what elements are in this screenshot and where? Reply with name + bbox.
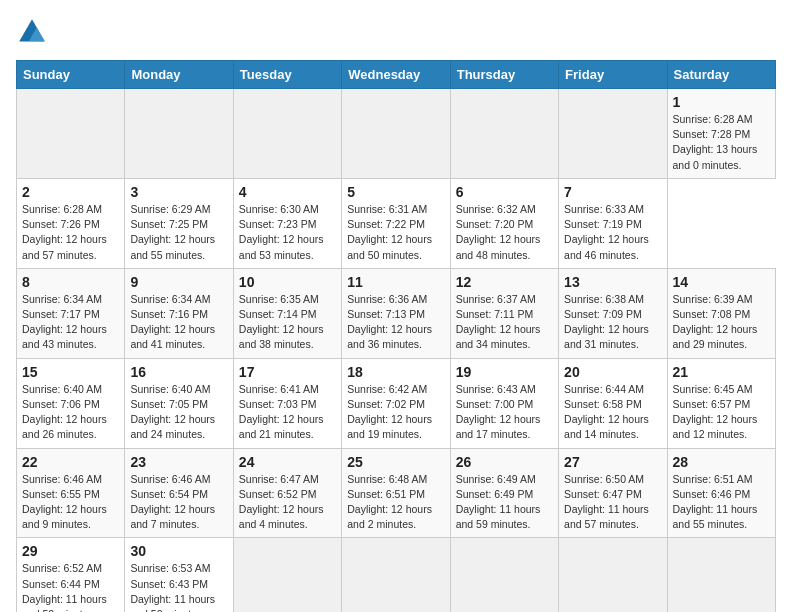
day-number: 5 — [347, 184, 444, 200]
calendar-cell: 10Sunrise: 6:35 AMSunset: 7:14 PMDayligh… — [233, 268, 341, 358]
day-number: 21 — [673, 364, 770, 380]
week-row-3: 8Sunrise: 6:34 AMSunset: 7:17 PMDaylight… — [17, 268, 776, 358]
calendar-cell — [450, 538, 558, 612]
day-info: Sunrise: 6:28 AMSunset: 7:28 PMDaylight:… — [673, 112, 770, 173]
day-info: Sunrise: 6:32 AMSunset: 7:20 PMDaylight:… — [456, 202, 553, 263]
calendar-cell: 22Sunrise: 6:46 AMSunset: 6:55 PMDayligh… — [17, 448, 125, 538]
calendar-cell — [342, 538, 450, 612]
day-info: Sunrise: 6:42 AMSunset: 7:02 PMDaylight:… — [347, 382, 444, 443]
calendar-cell: 18Sunrise: 6:42 AMSunset: 7:02 PMDayligh… — [342, 358, 450, 448]
day-number: 25 — [347, 454, 444, 470]
calendar-cell: 4Sunrise: 6:30 AMSunset: 7:23 PMDaylight… — [233, 178, 341, 268]
week-row-2: 2Sunrise: 6:28 AMSunset: 7:26 PMDaylight… — [17, 178, 776, 268]
day-info: Sunrise: 6:40 AMSunset: 7:06 PMDaylight:… — [22, 382, 119, 443]
calendar-cell — [450, 89, 558, 179]
weekday-header-sunday: Sunday — [17, 61, 125, 89]
day-number: 4 — [239, 184, 336, 200]
week-row-6: 29Sunrise: 6:52 AMSunset: 6:44 PMDayligh… — [17, 538, 776, 612]
day-info: Sunrise: 6:35 AMSunset: 7:14 PMDaylight:… — [239, 292, 336, 353]
day-info: Sunrise: 6:34 AMSunset: 7:17 PMDaylight:… — [22, 292, 119, 353]
day-number: 20 — [564, 364, 661, 380]
calendar-cell — [233, 89, 341, 179]
calendar-cell — [559, 538, 667, 612]
day-info: Sunrise: 6:41 AMSunset: 7:03 PMDaylight:… — [239, 382, 336, 443]
day-number: 16 — [130, 364, 227, 380]
calendar-cell: 13Sunrise: 6:38 AMSunset: 7:09 PMDayligh… — [559, 268, 667, 358]
day-number: 22 — [22, 454, 119, 470]
weekday-header-thursday: Thursday — [450, 61, 558, 89]
logo-icon — [16, 16, 48, 48]
calendar-cell: 6Sunrise: 6:32 AMSunset: 7:20 PMDaylight… — [450, 178, 558, 268]
day-info: Sunrise: 6:33 AMSunset: 7:19 PMDaylight:… — [564, 202, 661, 263]
day-info: Sunrise: 6:38 AMSunset: 7:09 PMDaylight:… — [564, 292, 661, 353]
day-number: 23 — [130, 454, 227, 470]
day-number: 9 — [130, 274, 227, 290]
calendar-cell — [667, 538, 775, 612]
day-info: Sunrise: 6:30 AMSunset: 7:23 PMDaylight:… — [239, 202, 336, 263]
calendar-cell: 8Sunrise: 6:34 AMSunset: 7:17 PMDaylight… — [17, 268, 125, 358]
calendar-cell: 27Sunrise: 6:50 AMSunset: 6:47 PMDayligh… — [559, 448, 667, 538]
calendar-cell: 14Sunrise: 6:39 AMSunset: 7:08 PMDayligh… — [667, 268, 775, 358]
day-info: Sunrise: 6:28 AMSunset: 7:26 PMDaylight:… — [22, 202, 119, 263]
day-number: 27 — [564, 454, 661, 470]
day-number: 11 — [347, 274, 444, 290]
day-info: Sunrise: 6:36 AMSunset: 7:13 PMDaylight:… — [347, 292, 444, 353]
day-info: Sunrise: 6:48 AMSunset: 6:51 PMDaylight:… — [347, 472, 444, 533]
day-number: 30 — [130, 543, 227, 559]
calendar-cell — [125, 89, 233, 179]
day-info: Sunrise: 6:44 AMSunset: 6:58 PMDaylight:… — [564, 382, 661, 443]
day-number: 7 — [564, 184, 661, 200]
calendar-cell: 2Sunrise: 6:28 AMSunset: 7:26 PMDaylight… — [17, 178, 125, 268]
calendar-cell: 5Sunrise: 6:31 AMSunset: 7:22 PMDaylight… — [342, 178, 450, 268]
day-info: Sunrise: 6:34 AMSunset: 7:16 PMDaylight:… — [130, 292, 227, 353]
calendar-cell: 24Sunrise: 6:47 AMSunset: 6:52 PMDayligh… — [233, 448, 341, 538]
calendar-cell: 11Sunrise: 6:36 AMSunset: 7:13 PMDayligh… — [342, 268, 450, 358]
calendar-cell: 23Sunrise: 6:46 AMSunset: 6:54 PMDayligh… — [125, 448, 233, 538]
page-header — [16, 16, 776, 48]
day-number: 14 — [673, 274, 770, 290]
weekday-header-saturday: Saturday — [667, 61, 775, 89]
calendar-cell: 15Sunrise: 6:40 AMSunset: 7:06 PMDayligh… — [17, 358, 125, 448]
calendar-cell: 9Sunrise: 6:34 AMSunset: 7:16 PMDaylight… — [125, 268, 233, 358]
day-info: Sunrise: 6:46 AMSunset: 6:55 PMDaylight:… — [22, 472, 119, 533]
calendar-cell: 26Sunrise: 6:49 AMSunset: 6:49 PMDayligh… — [450, 448, 558, 538]
day-number: 2 — [22, 184, 119, 200]
day-number: 28 — [673, 454, 770, 470]
calendar-cell: 3Sunrise: 6:29 AMSunset: 7:25 PMDaylight… — [125, 178, 233, 268]
calendar-cell: 7Sunrise: 6:33 AMSunset: 7:19 PMDaylight… — [559, 178, 667, 268]
day-info: Sunrise: 6:29 AMSunset: 7:25 PMDaylight:… — [130, 202, 227, 263]
weekday-header-tuesday: Tuesday — [233, 61, 341, 89]
day-info: Sunrise: 6:47 AMSunset: 6:52 PMDaylight:… — [239, 472, 336, 533]
calendar-cell: 19Sunrise: 6:43 AMSunset: 7:00 PMDayligh… — [450, 358, 558, 448]
day-number: 10 — [239, 274, 336, 290]
calendar-cell: 21Sunrise: 6:45 AMSunset: 6:57 PMDayligh… — [667, 358, 775, 448]
calendar-cell: 17Sunrise: 6:41 AMSunset: 7:03 PMDayligh… — [233, 358, 341, 448]
calendar-cell: 30Sunrise: 6:53 AMSunset: 6:43 PMDayligh… — [125, 538, 233, 612]
day-info: Sunrise: 6:50 AMSunset: 6:47 PMDaylight:… — [564, 472, 661, 533]
weekday-header-row: SundayMondayTuesdayWednesdayThursdayFrid… — [17, 61, 776, 89]
calendar-cell — [233, 538, 341, 612]
day-number: 15 — [22, 364, 119, 380]
calendar-table: SundayMondayTuesdayWednesdayThursdayFrid… — [16, 60, 776, 612]
weekday-header-monday: Monday — [125, 61, 233, 89]
calendar-cell: 20Sunrise: 6:44 AMSunset: 6:58 PMDayligh… — [559, 358, 667, 448]
day-number: 1 — [673, 94, 770, 110]
calendar-cell — [342, 89, 450, 179]
calendar-cell — [559, 89, 667, 179]
day-number: 13 — [564, 274, 661, 290]
day-number: 12 — [456, 274, 553, 290]
day-number: 26 — [456, 454, 553, 470]
day-info: Sunrise: 6:31 AMSunset: 7:22 PMDaylight:… — [347, 202, 444, 263]
day-number: 17 — [239, 364, 336, 380]
day-info: Sunrise: 6:40 AMSunset: 7:05 PMDaylight:… — [130, 382, 227, 443]
day-number: 18 — [347, 364, 444, 380]
day-info: Sunrise: 6:43 AMSunset: 7:00 PMDaylight:… — [456, 382, 553, 443]
week-row-4: 15Sunrise: 6:40 AMSunset: 7:06 PMDayligh… — [17, 358, 776, 448]
calendar-cell: 29Sunrise: 6:52 AMSunset: 6:44 PMDayligh… — [17, 538, 125, 612]
day-info: Sunrise: 6:46 AMSunset: 6:54 PMDaylight:… — [130, 472, 227, 533]
day-number: 6 — [456, 184, 553, 200]
week-row-5: 22Sunrise: 6:46 AMSunset: 6:55 PMDayligh… — [17, 448, 776, 538]
day-number: 29 — [22, 543, 119, 559]
day-info: Sunrise: 6:39 AMSunset: 7:08 PMDaylight:… — [673, 292, 770, 353]
day-number: 8 — [22, 274, 119, 290]
